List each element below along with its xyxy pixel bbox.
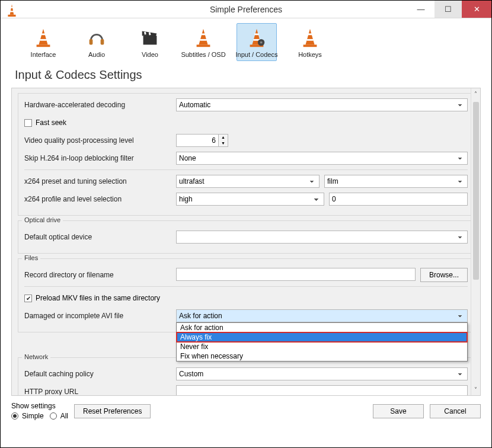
default-optical-select[interactable] [176,231,468,244]
proxy-label: HTTP proxy URL [24,388,176,396]
svg-rect-15 [197,44,210,47]
post-level-label: Video quality post-processing level [24,136,176,145]
tab-label: Audio [88,51,105,58]
tab-input-codecs[interactable]: Input / Codecs [237,23,277,61]
network-group-title: Network [22,353,50,360]
avi-option[interactable]: Ask for action [177,323,467,332]
svg-rect-20 [254,33,259,35]
svg-rect-9 [101,39,104,45]
optical-group-title: Optical drive [22,216,63,223]
radio-icon [50,412,57,420]
svg-rect-6 [41,33,46,35]
tab-label: Interface [31,51,56,58]
avi-option-highlighted[interactable]: Always fix [177,332,467,342]
vlc-cone-icon [5,3,18,16]
cancel-button[interactable]: Cancel [430,404,481,418]
tab-label: Video [142,51,158,58]
window-title: Simple Preferences [210,5,282,14]
cone-icon [191,26,215,50]
checkbox-checked-icon: ✔ [24,295,32,302]
caching-select[interactable]: Custom [176,367,468,380]
svg-rect-25 [303,44,317,47]
scroll-down-icon[interactable]: ˅ [474,384,477,395]
skip-h264-select[interactable]: None [176,152,468,165]
hw-decode-select[interactable]: Automatic [176,98,468,111]
minimize-button[interactable]: — [407,1,435,18]
proxy-input[interactable] [176,385,468,396]
scrollbar-thumb[interactable] [473,102,479,280]
save-button[interactable]: Save [373,404,424,418]
record-dir-input[interactable] [176,268,416,281]
default-optical-label: Default optical device [24,233,176,241]
page-title: Input & Codecs Settings [1,63,491,88]
x264-profile-select[interactable]: high [176,193,324,206]
category-tabs: Interface Audio Video Subtitles / OSD In… [1,18,491,63]
tab-label: Hotkeys [298,51,322,58]
fast-seek-label: Fast seek [36,119,66,127]
post-level-input[interactable] [176,134,219,147]
svg-marker-24 [305,29,314,45]
files-group-title: Files [22,254,40,261]
x264-level-input[interactable] [329,193,468,206]
svg-rect-27 [306,39,313,41]
avi-dropdown-list: Ask for action Always fix Never fix Fix … [176,322,468,361]
headphones-icon [85,26,108,50]
settings-scroll-area: Hardware-accelerated decoding Automatic … [11,88,481,396]
x264-tuning-select[interactable]: film [324,175,468,188]
tab-subtitles[interactable]: Subtitles / OSD [183,23,223,61]
close-button[interactable]: ✕ [462,1,491,18]
caching-label: Default caching policy [24,370,176,378]
spin-down-icon[interactable]: ▼ [219,140,228,146]
cone-gears-icon [245,26,269,50]
cone-icon [31,26,55,50]
x264-preset-select[interactable]: ultrafast [176,175,320,188]
svg-rect-5 [37,44,50,47]
svg-rect-26 [308,33,312,35]
svg-rect-10 [143,36,157,44]
skip-h264-label: Skip H.264 in-loop deblocking filter [24,154,176,162]
record-dir-label: Record directory or filename [24,271,176,279]
avi-label: Damaged or incomplete AVI file [24,312,176,320]
svg-rect-8 [90,39,93,45]
tab-video[interactable]: Video [130,23,170,61]
clapper-icon [138,26,162,50]
svg-rect-17 [200,39,206,41]
svg-marker-0 [10,4,14,15]
show-all-radio[interactable]: All [50,412,68,420]
svg-point-23 [260,41,263,44]
hw-decode-label: Hardware-accelerated decoding [24,101,176,109]
svg-rect-16 [201,33,206,35]
svg-rect-7 [40,39,46,41]
svg-marker-14 [199,29,207,45]
tab-hotkeys[interactable]: Hotkeys [290,23,330,61]
reset-button[interactable]: Reset Preferences [74,404,151,418]
preload-mkv-checkbox[interactable]: ✔ Preload MKV files in the same director… [24,294,160,302]
x264-preset-label: x264 preset and tuning selection [24,177,176,185]
preload-mkv-label: Preload MKV files in the same directory [36,294,160,302]
show-settings-label: Show settings [11,402,68,410]
cone-icon [298,26,322,50]
fast-seek-checkbox[interactable]: Fast seek [24,119,66,127]
tab-audio[interactable]: Audio [76,23,117,61]
titlebar: Simple Preferences — ☐ ✕ [1,1,491,18]
x264-profile-label: x264 profile and level selection [24,195,176,203]
scrollbar[interactable]: ˄ ˅ [471,88,480,395]
footer: Show settings Simple All Reset Preferenc… [1,396,491,426]
checkbox-icon [24,119,32,127]
tab-label: Input / Codecs [236,51,278,58]
svg-rect-3 [10,11,14,12]
post-level-spinner[interactable]: ▲▼ [176,134,231,147]
svg-rect-2 [11,7,13,8]
svg-marker-4 [39,29,47,45]
radio-checked-icon [11,412,18,420]
show-simple-radio[interactable]: Simple [11,412,44,420]
browse-button[interactable]: Browse... [420,268,468,282]
avi-select[interactable]: Ask for action [176,309,468,322]
maximize-button[interactable]: ☐ [435,1,462,18]
avi-option[interactable]: Fix when necessary [177,351,467,361]
scroll-up-icon[interactable]: ˄ [474,88,477,100]
avi-option[interactable]: Never fix [177,342,467,351]
spin-up-icon[interactable]: ▲ [219,135,228,140]
tab-label: Subtitles / OSD [181,51,225,58]
tab-interface[interactable]: Interface [23,23,63,61]
